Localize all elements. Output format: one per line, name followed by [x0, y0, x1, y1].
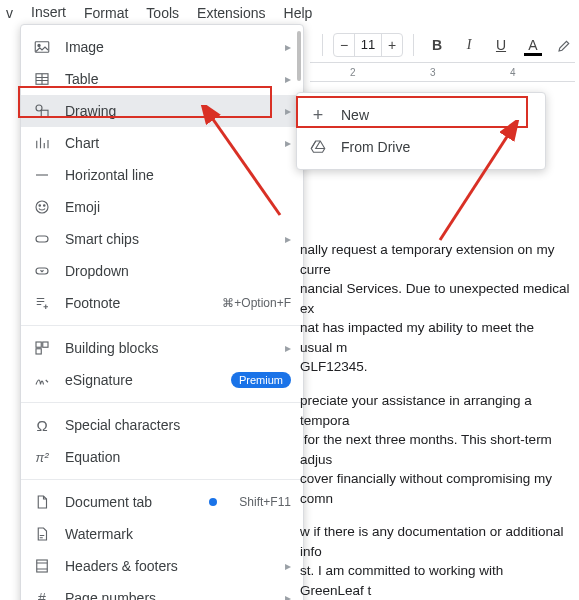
menu-label: Footnote [65, 295, 208, 311]
fontsize-increase[interactable]: + [382, 37, 402, 53]
menu-item-image[interactable]: Image ▸ [21, 31, 303, 63]
menu-item-page-numbers[interactable]: # Page numbers ▸ [21, 582, 303, 600]
drive-icon [309, 138, 327, 156]
equation-icon: π² [33, 448, 51, 466]
menu-item-horizontal-line[interactable]: Horizontal line [21, 159, 303, 191]
chevron-right-icon: ▸ [285, 232, 291, 246]
ruler-mark: 2 [350, 67, 356, 78]
menu-item-drawing[interactable]: Drawing ▸ [21, 95, 303, 127]
chart-icon [33, 134, 51, 152]
menu-item-esignature[interactable]: eSignature Premium [21, 364, 303, 396]
menu-item-special-characters[interactable]: Ω Special characters [21, 409, 303, 441]
menu-item-smart-chips[interactable]: Smart chips ▸ [21, 223, 303, 255]
menu-item-document-tab[interactable]: Document tab Shift+F11 [21, 486, 303, 518]
table-icon [33, 70, 51, 88]
chevron-right-icon: ▸ [285, 72, 291, 86]
doc-text: for the next three months. This short-te… [300, 432, 556, 467]
bold-button[interactable]: B [424, 32, 450, 58]
highlight-icon [556, 36, 574, 54]
svg-rect-12 [36, 349, 41, 354]
menu-item-watermark[interactable]: Watermark [21, 518, 303, 550]
italic-button[interactable]: I [456, 32, 482, 58]
emoji-icon [33, 198, 51, 216]
menu-label: Smart chips [65, 231, 271, 247]
submenu-item-from-drive[interactable]: From Drive [297, 131, 545, 163]
text-color-button[interactable]: A [520, 32, 546, 58]
chevron-right-icon: ▸ [285, 341, 291, 355]
fontsize-decrease[interactable]: − [334, 37, 354, 53]
menu-item-headers-footers[interactable]: Headers & footers ▸ [21, 550, 303, 582]
svg-point-6 [39, 205, 41, 207]
doc-text: nancial Services. Due to unexpected medi… [300, 281, 573, 316]
svg-point-1 [38, 44, 40, 46]
menubar-prefix: v [6, 5, 13, 21]
menu-help[interactable]: Help [284, 5, 313, 21]
menu-item-chart[interactable]: Chart ▸ [21, 127, 303, 159]
menu-label: Watermark [65, 526, 291, 542]
chevron-right-icon: ▸ [285, 136, 291, 150]
fontsize-stepper[interactable]: − 11 + [333, 33, 403, 57]
toolbar-separator [413, 34, 414, 56]
headers-footers-icon [33, 557, 51, 575]
insert-menu: Image ▸ Table ▸ Drawing ▸ Chart ▸ Horizo… [20, 24, 304, 600]
ruler-mark: 4 [510, 67, 516, 78]
menu-label: Chart [65, 135, 271, 151]
menu-label: Special characters [65, 417, 291, 433]
doc-text: GLF12345. [300, 359, 368, 374]
menu-divider [21, 325, 303, 326]
doc-text: nally request a temporary extension on m… [300, 242, 558, 277]
highlight-button[interactable] [552, 32, 578, 58]
chevron-right-icon: ▸ [285, 591, 291, 600]
svg-point-5 [36, 201, 48, 213]
building-blocks-icon [33, 339, 51, 357]
menu-item-equation[interactable]: π² Equation [21, 441, 303, 473]
premium-badge: Premium [231, 372, 291, 388]
menu-item-table[interactable]: Table ▸ [21, 63, 303, 95]
smart-chips-icon [33, 230, 51, 248]
submenu-item-new[interactable]: + New [297, 99, 545, 131]
dropdown-icon [33, 262, 51, 280]
menu-tools[interactable]: Tools [146, 5, 179, 21]
footnote-icon [33, 294, 51, 312]
menu-item-dropdown[interactable]: Dropdown [21, 255, 303, 287]
svg-point-7 [44, 205, 46, 207]
menu-label: Dropdown [65, 263, 291, 279]
menu-item-emoji[interactable]: Emoji [21, 191, 303, 223]
document-tab-icon [33, 493, 51, 511]
menu-item-building-blocks[interactable]: Building blocks ▸ [21, 332, 303, 364]
underline-button[interactable]: U [488, 32, 514, 58]
text-color-swatch [524, 53, 542, 56]
submenu-label: From Drive [341, 139, 533, 155]
page-numbers-icon: # [33, 589, 51, 600]
chevron-right-icon: ▸ [285, 40, 291, 54]
shortcut-hint: ⌘+Option+F [222, 296, 291, 310]
submenu-label: New [341, 107, 533, 123]
menu-item-footnote[interactable]: Footnote ⌘+Option+F [21, 287, 303, 319]
menu-label: Equation [65, 449, 291, 465]
shortcut-hint: Shift+F11 [239, 495, 291, 509]
menu-label: eSignature [65, 372, 217, 388]
menu-divider [21, 479, 303, 480]
svg-rect-11 [43, 342, 48, 347]
fontsize-value[interactable]: 11 [354, 34, 382, 56]
menu-format[interactable]: Format [84, 5, 128, 21]
menu-insert[interactable]: Insert [31, 4, 66, 22]
menu-label: Headers & footers [65, 558, 271, 574]
text-color-label: A [528, 37, 537, 53]
doc-text: w if there is any documentation or addit… [300, 524, 567, 559]
menu-label: Table [65, 71, 271, 87]
doc-text: preciate your assistance in arranging a … [300, 393, 536, 428]
document-body[interactable]: nally request a temporary extension on m… [300, 240, 570, 600]
plus-icon: + [309, 106, 327, 124]
image-icon [33, 38, 51, 56]
menu-extensions[interactable]: Extensions [197, 5, 265, 21]
menu-label: Page numbers [65, 590, 271, 600]
new-indicator-dot [209, 498, 217, 506]
chevron-right-icon: ▸ [285, 104, 291, 118]
menu-divider [21, 402, 303, 403]
svg-rect-13 [37, 560, 48, 572]
horizontal-line-icon [33, 166, 51, 184]
ruler-mark: 3 [430, 67, 436, 78]
menu-label: Image [65, 39, 271, 55]
ruler[interactable]: 2 3 4 [310, 62, 575, 82]
